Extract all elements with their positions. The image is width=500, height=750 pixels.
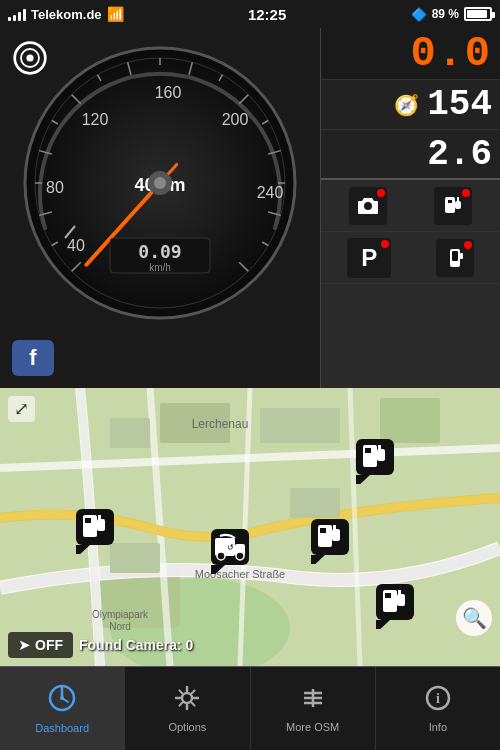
nav-item-info[interactable]: i Info <box>376 667 500 750</box>
speed-digital: 0.0 <box>410 30 492 78</box>
svg-text:80: 80 <box>46 179 64 196</box>
svg-rect-68 <box>97 519 105 531</box>
expand-icon: ⤢ <box>14 399 29 419</box>
svg-rect-81 <box>332 529 340 541</box>
parking-label: P <box>361 244 377 272</box>
svg-text:km/h: km/h <box>149 262 171 273</box>
search-button[interactable]: 🔍 <box>456 600 492 636</box>
status-right: 🔷 89 % <box>411 7 492 22</box>
facebook-label: f <box>29 345 36 371</box>
status-left: Telekom.de 📶 <box>8 6 124 22</box>
svg-text:240: 240 <box>257 184 284 201</box>
svg-rect-62 <box>377 449 385 461</box>
gps-status: ➤ OFF <box>8 632 73 658</box>
time-display: 12:25 <box>248 6 286 23</box>
svg-text:160: 160 <box>155 84 182 101</box>
status-bar: Telekom.de 📶 12:25 🔷 89 % <box>0 0 500 28</box>
svg-rect-39 <box>445 197 455 213</box>
nav-item-dashboard[interactable]: Dashboard <box>0 667 125 750</box>
svg-point-75 <box>217 552 225 560</box>
search-icon: 🔍 <box>462 606 487 630</box>
svg-rect-63 <box>378 445 381 450</box>
svg-marker-60 <box>356 475 370 484</box>
poi-marker-truck[interactable]: ↺ <box>210 528 250 578</box>
speedometer: 40 80 120 160 200 240 406 m <box>20 43 300 323</box>
svg-text:0.09: 0.09 <box>138 241 181 262</box>
svg-text:120: 120 <box>82 111 109 128</box>
drink-dot <box>464 241 472 249</box>
bearing-value: 154 <box>427 84 492 125</box>
svg-rect-40 <box>455 201 461 209</box>
gps-off-label: OFF <box>35 637 63 653</box>
svg-rect-82 <box>333 525 336 530</box>
dashboard: 40 80 120 160 200 240 406 m <box>0 28 500 388</box>
nav-item-more-osm[interactable]: More OSM <box>251 667 376 750</box>
signal-bars <box>8 7 26 21</box>
svg-text:↺: ↺ <box>227 543 234 552</box>
signal-bar-3 <box>18 12 21 21</box>
info-label: Info <box>429 721 447 733</box>
altitude-value: 2.6 <box>427 134 492 175</box>
svg-rect-87 <box>397 594 405 606</box>
svg-text:Lerchenau: Lerchenau <box>192 417 249 431</box>
bearing-row: 🧭 154 <box>321 80 500 130</box>
poi-marker-fuel-2[interactable] <box>75 508 115 558</box>
found-camera-label: Found Camera: 0 <box>79 637 193 653</box>
svg-rect-42 <box>448 200 452 203</box>
navigation-arrow-icon: ➤ <box>18 636 31 654</box>
camera-dot <box>377 189 385 197</box>
camera-poi-button[interactable] <box>349 187 387 225</box>
svg-rect-69 <box>98 515 101 520</box>
fuel-poi-button[interactable] <box>434 187 472 225</box>
svg-text:i: i <box>436 691 440 706</box>
svg-rect-44 <box>452 251 458 261</box>
nav-item-options[interactable]: Options <box>125 667 250 750</box>
svg-marker-85 <box>376 620 390 629</box>
options-label: Options <box>168 721 206 733</box>
options-icon <box>174 685 200 717</box>
expand-button[interactable]: ⤢ <box>8 396 35 422</box>
svg-rect-53 <box>110 543 160 573</box>
svg-point-92 <box>182 693 192 703</box>
svg-rect-64 <box>365 448 371 453</box>
bottom-status: ➤ OFF Found Camera: 0 <box>8 632 193 658</box>
dashboard-label: Dashboard <box>35 722 89 734</box>
svg-rect-41 <box>457 197 459 201</box>
speedo-area: 40 80 120 160 200 240 406 m <box>0 28 320 388</box>
svg-rect-89 <box>385 593 391 598</box>
battery-icon <box>464 7 492 21</box>
bottom-navigation: Dashboard Options More OSM i <box>0 666 500 750</box>
svg-rect-52 <box>380 398 440 443</box>
svg-rect-54 <box>290 488 340 518</box>
svg-rect-45 <box>460 253 463 259</box>
drink-poi-button[interactable] <box>436 239 474 277</box>
svg-marker-72 <box>211 565 225 574</box>
compass-icon: 🧭 <box>394 93 419 117</box>
svg-text:200: 200 <box>222 111 249 128</box>
poi-marker-fuel-3[interactable] <box>310 518 350 568</box>
svg-rect-70 <box>85 518 91 523</box>
bluetooth-icon: 🔷 <box>411 7 427 22</box>
svg-rect-88 <box>398 590 401 595</box>
svg-rect-49 <box>110 418 150 448</box>
signal-bar-4 <box>23 9 26 21</box>
svg-text:40: 40 <box>67 237 85 254</box>
svg-marker-79 <box>311 555 325 564</box>
poi-marker-fuel-1[interactable] <box>355 438 395 488</box>
right-panel: 0.0 🧭 154 2.6 <box>320 28 500 388</box>
parking-poi-button[interactable]: P <box>347 238 391 278</box>
poi-marker-fuel-4[interactable] <box>375 583 415 633</box>
fuel-dot <box>462 189 470 197</box>
svg-point-76 <box>236 552 244 560</box>
camera-fuel-row <box>321 180 500 232</box>
altitude-row: 2.6 <box>321 130 500 180</box>
svg-marker-66 <box>76 545 90 554</box>
wifi-icon: 📶 <box>107 6 124 22</box>
facebook-button[interactable]: f <box>12 340 54 376</box>
signal-bar-1 <box>8 17 11 21</box>
svg-point-35 <box>154 177 166 189</box>
svg-point-91 <box>60 696 64 700</box>
parking-drink-row: P <box>321 232 500 284</box>
info-icon: i <box>425 685 451 717</box>
svg-rect-51 <box>260 408 340 443</box>
